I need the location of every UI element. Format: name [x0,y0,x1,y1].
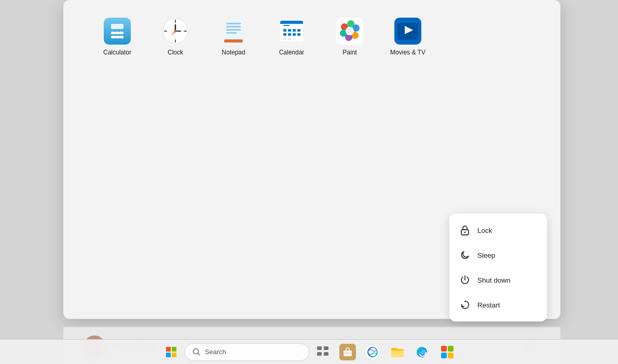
taskbar: Search [0,339,618,364]
svg-rect-1 [111,24,123,29]
app-movies-tv[interactable]: Movies & TV [379,12,437,62]
svg-rect-39 [283,25,290,26]
calendar-label: Calendar [279,49,305,57]
app-calendar[interactable]: Calendar [263,12,321,62]
svg-rect-7 [119,36,123,38]
apps-grid: Calculator [63,0,560,62]
notepad-label: Notepad [222,49,245,57]
svg-rect-6 [115,36,119,38]
shutdown-icon [460,275,470,285]
power-menu-sleep[interactable]: Sleep [449,243,547,268]
lock-label: Lock [477,227,492,234]
paint-label: Paint [342,49,356,57]
calendar-icon [278,18,305,45]
svg-rect-79 [441,353,447,358]
taskbar-start[interactable] [160,341,183,363]
svg-rect-35 [293,33,296,36]
movies-tv-icon [394,18,421,45]
taskbar-taskview[interactable] [311,341,334,363]
svg-rect-34 [288,33,291,36]
svg-point-17 [174,30,177,33]
svg-rect-37 [283,37,286,40]
shutdown-label: Shut down [477,276,511,284]
taskbar-edge[interactable] [411,341,434,363]
paint-icon [336,18,363,45]
search-text: Search [205,348,226,356]
svg-rect-80 [448,353,454,358]
svg-rect-77 [441,346,447,352]
sleep-icon [460,250,470,260]
restart-label: Restart [477,301,500,309]
svg-rect-5 [111,36,115,38]
svg-rect-20 [226,23,241,24]
taskview-icon [316,345,329,359]
taskbar-store[interactable] [436,341,459,363]
taskbar-copilot[interactable] [361,341,384,363]
svg-line-70 [198,353,200,355]
calculator-label: Calculator [103,49,131,57]
svg-rect-66 [172,347,176,352]
svg-rect-65 [166,347,171,352]
svg-rect-73 [317,352,322,356]
store-icon [441,345,454,359]
taskbar-fileexplorer[interactable] [386,341,409,363]
sleep-label: Sleep [477,251,496,259]
app-calculator[interactable]: Calculator [88,12,146,62]
svg-rect-74 [324,352,328,356]
svg-rect-23 [226,32,237,34]
svg-rect-78 [448,346,454,352]
taskbar-work-app[interactable] [336,341,359,363]
svg-rect-2 [111,32,115,34]
clock-label: Clock [168,49,183,57]
svg-rect-21 [226,26,241,27]
power-menu-shutdown[interactable]: Shut down [449,268,547,292]
restart-icon [460,300,470,310]
clock-icon [162,18,189,45]
svg-rect-31 [293,29,296,32]
app-clock[interactable]: Clock [146,12,204,62]
copilot-icon [367,346,378,358]
calculator-icon [104,18,131,45]
svg-rect-0 [104,18,131,45]
svg-rect-29 [283,29,286,32]
svg-rect-30 [288,29,291,32]
svg-rect-38 [288,37,291,40]
svg-point-59 [464,232,466,233]
edge-icon [416,345,429,359]
svg-rect-33 [283,33,286,36]
app-paint[interactable]: Paint [321,12,379,62]
work-icon [342,347,353,357]
power-menu-restart[interactable]: Restart [449,292,547,317]
notepad-icon [220,18,247,45]
svg-point-48 [347,29,352,34]
power-menu: Lock Sleep Shut down Restart [449,214,547,321]
svg-rect-36 [297,33,300,36]
movies-tv-label: Movies & TV [390,49,425,57]
taskbar-search[interactable]: Search [185,343,309,361]
power-menu-lock[interactable]: Lock [449,218,547,243]
app-notepad[interactable]: Notepad [204,12,263,62]
svg-rect-4 [119,32,123,34]
svg-rect-71 [317,346,322,350]
svg-rect-24 [224,39,243,43]
fileexplorer-icon [390,346,405,358]
svg-rect-52 [397,37,418,40]
svg-rect-3 [115,32,119,34]
svg-rect-32 [297,29,300,32]
svg-rect-72 [324,346,328,350]
lock-icon [460,225,470,235]
svg-rect-22 [226,29,241,31]
search-icon [193,348,201,356]
svg-rect-68 [172,353,176,357]
svg-rect-67 [166,353,171,357]
